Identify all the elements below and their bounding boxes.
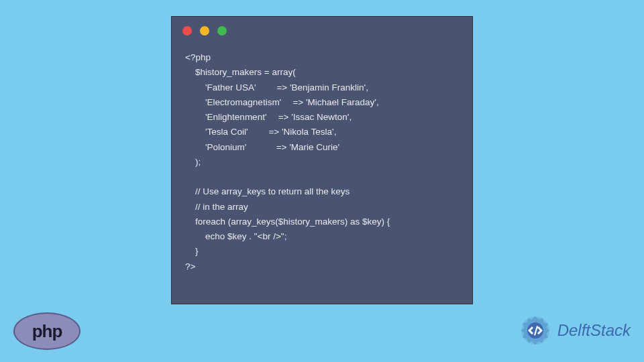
code-line: 'Father USA' => 'Benjamin Franklin', [185, 82, 368, 93]
code-line: 'Enlightenment' => 'Issac Newton', [185, 112, 352, 122]
minimize-dot [200, 26, 209, 36]
code-line: echo $key . "<br />"; [185, 231, 286, 241]
delftstack-logo: DelftStack [517, 312, 631, 349]
close-dot [182, 26, 192, 36]
php-logo: php [13, 312, 80, 350]
code-window: <?php $history_makers = array( 'Father U… [171, 16, 473, 304]
code-line: 'Electromagnetism' => 'Michael Faraday', [185, 97, 379, 107]
code-line: $history_makers = array( [185, 67, 296, 77]
window-controls [172, 17, 472, 45]
code-line: 'Tesla Coil' => 'Nikola Tesla', [185, 127, 336, 137]
delftstack-text: DelftStack [557, 321, 631, 340]
php-logo-text: php [32, 321, 62, 342]
code-line: ); [185, 157, 201, 167]
code-line: ?> [185, 261, 195, 272]
code-line: // in the array [185, 202, 248, 212]
maximize-dot [217, 26, 227, 36]
delftstack-icon [517, 312, 553, 349]
code-line: <?php [185, 52, 211, 62]
code-line: foreach (array_keys($history_makers) as … [185, 217, 390, 227]
code-line: 'Polonium' => 'Marie Curie' [185, 142, 339, 152]
code-line: } [185, 246, 199, 256]
code-line: // Use array_keys to return all the keys [185, 186, 350, 196]
code-content: <?php $history_makers = array( 'Father U… [172, 45, 472, 285]
